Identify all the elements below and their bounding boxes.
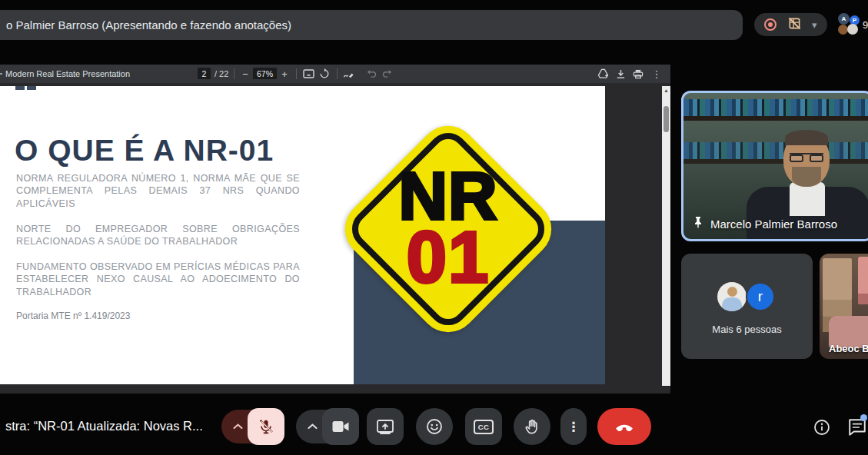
end-call-button[interactable] [597, 408, 651, 445]
speaker-name-row: Marcelo Palmier Barroso [693, 216, 837, 231]
slide-paragraph-2: NORTE DO EMPREGADOR SOBRE OBRIGAÇÕES REL… [16, 223, 300, 248]
camera-button[interactable] [322, 408, 359, 445]
speaker-glasses [790, 153, 823, 161]
mic-muted-button[interactable] [248, 408, 284, 445]
nr01-sign-text: NR 01 [333, 114, 564, 344]
rotate-button[interactable] [318, 67, 331, 81]
present-icon [376, 419, 394, 434]
pdf-more-options-icon[interactable]: ⋮ [650, 67, 663, 81]
smiley-icon [425, 417, 444, 436]
slide-paragraph-1: NORMA REGULADORA NÚMERO 1, NORMA MÃE QUE… [16, 172, 300, 210]
zoom-in-button[interactable]: + [278, 67, 291, 81]
participant-name-abeoc: Abeoc Br [829, 343, 868, 354]
more-participants-tile[interactable]: r Mais 6 pessoas [681, 254, 813, 359]
pdf-document-area: NR 01 O QUE É A NR-01 NORMA REGULADORA N… [0, 83, 670, 394]
hand-icon [524, 418, 541, 436]
cc-icon: CC [474, 420, 494, 434]
end-call-icon [614, 422, 634, 431]
download-icon[interactable] [614, 67, 627, 81]
camera-icon [331, 419, 350, 434]
meeting-details-button[interactable] [812, 417, 832, 437]
toolbar-divider [296, 68, 297, 79]
reactions-button[interactable] [416, 408, 453, 445]
pdf-document-title: Modern Real Estate Presentation [5, 69, 130, 78]
fit-page-button[interactable] [301, 67, 315, 81]
overflow-avatar-letter: r [746, 282, 775, 311]
redo-button[interactable] [381, 67, 394, 81]
slide-cropped-graphic [15, 86, 25, 90]
slide-footnote: Portaria MTE nº 1.419/2023 [16, 311, 130, 321]
info-icon [813, 418, 831, 437]
speaker-beard [792, 167, 821, 187]
save-to-drive-icon[interactable] [596, 67, 610, 81]
present-screen-button[interactable] [367, 408, 404, 445]
pdf-toolbar: Modern Real Estate Presentation 2 / 22 −… [0, 65, 670, 83]
zoom-out-button[interactable]: − [238, 67, 252, 81]
toolbar-divider [234, 68, 234, 79]
bookshelf-graphic [683, 142, 868, 164]
more-participants-label: Mais 6 pessoas [681, 324, 813, 335]
participant-count[interactable]: 9 [863, 19, 868, 31]
speaker-video-tile[interactable]: Marcelo Palmier Barroso [681, 91, 868, 241]
shared-screen-pdf-viewer: Modern Real Estate Presentation 2 / 22 −… [0, 65, 670, 394]
toolbar-divider [337, 68, 338, 79]
chat-button[interactable] [846, 416, 868, 439]
participant-avatar-photo2[interactable] [847, 24, 858, 35]
meeting-status-pill: ▾ [754, 13, 827, 36]
sign-line-nr: NR [398, 168, 497, 224]
menu-truncated-icon [0, 73, 2, 75]
undo-button[interactable] [364, 67, 377, 81]
slide-paragraph-3: FUNDAMENTO OBSERVADO EM PERÍCIAS MÉDICAS… [16, 261, 300, 298]
overflow-avatar-photo [717, 282, 747, 311]
page-total-label: / 22 [215, 69, 228, 78]
meeting-title-caption: stra: “NR-01 Atualizada: Novas R... [5, 419, 203, 433]
presenter-banner-title: o Palmier Barroso (Apresentando e fazend… [0, 18, 291, 32]
bookshelf-graphic [683, 99, 868, 121]
slide-title: O QUE É A NR-01 [15, 134, 274, 168]
participant-video-tile-abeoc[interactable]: Abeoc Br [820, 254, 868, 359]
participant-avatar-a[interactable]: A [838, 13, 850, 25]
speaker-name: Marcelo Palmier Barroso [710, 218, 837, 231]
raise-hand-button[interactable] [514, 408, 550, 445]
room-art-graphic [858, 257, 868, 304]
annotate-pen-button[interactable] [341, 67, 355, 81]
pdf-scrollbar[interactable]: ▲ [662, 86, 670, 386]
speaker-shirt [790, 182, 825, 216]
slide-page: NR 01 O QUE É A NR-01 NORMA REGULADORA N… [0, 86, 605, 384]
layout-caret-icon[interactable]: ▾ [812, 20, 817, 30]
recording-indicator-icon[interactable] [764, 18, 777, 31]
scrollbar-up-icon[interactable]: ▲ [662, 88, 670, 93]
layout-grid-off-icon[interactable] [787, 16, 802, 34]
slide-cropped-graphic [27, 86, 36, 90]
pin-icon [693, 216, 703, 231]
captions-button[interactable]: CC [465, 408, 502, 445]
more-options-button[interactable]: ⋮ [560, 408, 587, 445]
zoom-level-value[interactable]: 67% [253, 68, 277, 79]
scrollbar-thumb[interactable] [663, 106, 669, 132]
meet-window: o Palmier Barroso (Apresentando e fazend… [0, 0, 868, 455]
presenter-banner: o Palmier Barroso (Apresentando e fazend… [0, 10, 743, 40]
print-icon[interactable] [631, 67, 645, 81]
speaker-hair [785, 130, 828, 145]
sign-line-01: 01 [407, 225, 491, 291]
page-number-input[interactable]: 2 [198, 68, 211, 79]
chat-notification-dot [860, 414, 867, 421]
mic-off-icon [258, 418, 274, 435]
